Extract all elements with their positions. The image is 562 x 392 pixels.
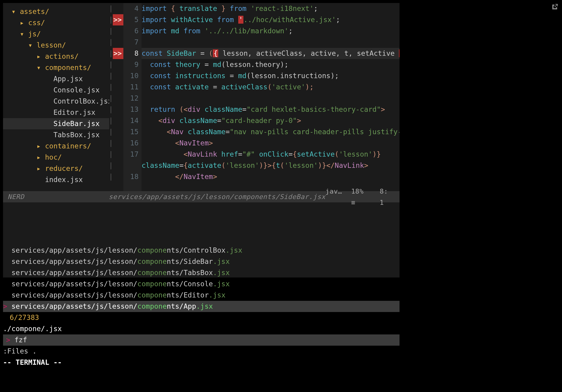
status-filepath: services/app/assets/js/lesson/components…	[106, 191, 326, 202]
tree-dir-actions[interactable]: ▸ actions/	[3, 51, 109, 62]
code-cursor-line[interactable]: const SideBar = ({ lesson, activeClass, …	[142, 48, 400, 59]
tree-file-editor[interactable]: Editor.jsx	[3, 107, 109, 118]
tree-dir-assets[interactable]: ▾ assets/	[3, 6, 109, 17]
tree-file-tabsbox[interactable]: TabsBox.jsx	[3, 129, 109, 141]
tree-dir-components[interactable]: ▾ components/	[3, 62, 109, 73]
fzf-result-selected[interactable]: > services/app/assets/js/lesson/componen…	[3, 301, 400, 312]
tree-file-sidebar[interactable]: SideBar.jsx	[3, 118, 109, 129]
tree-dir-js[interactable]: ▾ js/	[3, 28, 109, 40]
line-numbers: 4 5 6 7 8 9 10 11 12 13 14 15 16 17 18	[123, 3, 142, 191]
status-left: NERD	[3, 191, 106, 202]
status-bar: NERD services/app/assets/js/lesson/compo…	[3, 191, 400, 202]
vim-mode-indicator: -- TERMINAL --	[3, 357, 400, 368]
fzf-result-item[interactable]: services/app/assets/js/lesson/components…	[3, 267, 400, 278]
split-border[interactable]: |||| |||| |||| ||||	[109, 3, 113, 191]
fzf-query-input[interactable]: ./compone/.jsx	[3, 323, 400, 334]
fzf-results[interactable]: services/app/assets/js/lesson/components…	[3, 202, 400, 312]
tree-file-console[interactable]: Console.jsx	[3, 85, 109, 96]
fzf-match-count: 6/27383	[3, 312, 400, 323]
tree-dir-hoc[interactable]: ▸ hoc/	[3, 152, 109, 163]
tree-dir-reducers[interactable]: ▸ reducers/	[3, 163, 109, 174]
vim-cmdline[interactable]: :Files .	[3, 346, 400, 357]
tree-file-app[interactable]: App.jsx	[3, 73, 109, 85]
fzf-result-item[interactable]: services/app/assets/js/lesson/components…	[3, 290, 400, 301]
fzf-result-item[interactable]: services/app/assets/js/lesson/components…	[3, 278, 400, 290]
fzf-prompt: > fzf	[3, 334, 400, 346]
error-sign: >>	[113, 48, 123, 59]
tree-dir-containers[interactable]: ▸ containers/	[3, 141, 109, 152]
error-sign: >>	[113, 14, 123, 25]
code-editor[interactable]: import { translate } from 'react-i18next…	[142, 3, 400, 191]
editor-area: ▾ assets/ ▸ css/ ▾ js/ ▾ lesson/ ▸ actio…	[3, 3, 400, 191]
tree-file-index[interactable]: index.jsx	[3, 174, 109, 185]
tree-file-controlbox[interactable]: ControlBox.jsx	[3, 96, 109, 107]
fzf-result-item[interactable]: services/app/assets/js/lesson/components…	[3, 256, 400, 267]
tree-dir-lesson[interactable]: ▾ lesson/	[3, 40, 109, 51]
file-tree[interactable]: ▾ assets/ ▸ css/ ▾ js/ ▾ lesson/ ▸ actio…	[3, 3, 109, 191]
sign-column: >> >>	[113, 3, 123, 191]
fzf-result-item[interactable]: services/app/assets/js/lesson/components…	[3, 245, 400, 256]
terminal-panel[interactable]: services/app/assets/js/lesson/components…	[3, 202, 400, 368]
open-external-icon[interactable]	[551, 2, 558, 14]
tree-dir-css[interactable]: ▸ css/	[3, 17, 109, 28]
